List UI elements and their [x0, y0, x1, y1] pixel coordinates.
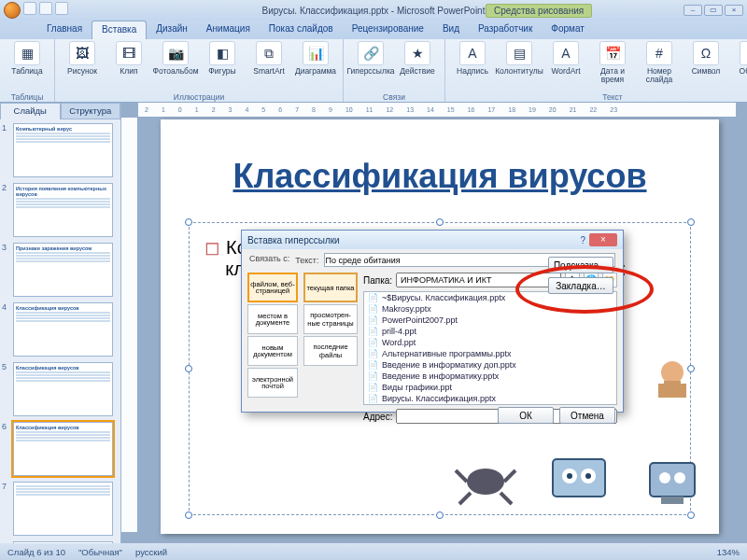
chart-icon: 📊: [303, 41, 329, 65]
file-item[interactable]: Word.ppt: [364, 337, 616, 348]
group-label: Связи: [383, 92, 405, 102]
smartart-icon: ⧉: [256, 41, 282, 65]
album-button[interactable]: 📷Фотоальбом: [154, 41, 197, 76]
ribbon-group-Связи: 🔗Гиперссылка★ДействиеСвязи: [344, 39, 445, 102]
slide-title[interactable]: Классификация вирусов: [189, 157, 691, 196]
clip-icon: 🎞: [116, 41, 142, 65]
table-button[interactable]: ▦Таблица: [6, 41, 49, 76]
slides-tab[interactable]: Слайды: [0, 103, 61, 119]
file-item[interactable]: Альтернативные программы.pptx: [364, 348, 616, 359]
title-bar: Вирусы. Классификация.pptx - Microsoft P…: [0, 0, 747, 21]
svg-line-10: [456, 470, 467, 482]
link-to-option-2[interactable]: новым документом: [247, 336, 298, 366]
wordart-button[interactable]: AWordArt: [544, 41, 587, 76]
browse-nav: текущая папкапросмотрен-ные страницыпосл…: [303, 273, 358, 401]
svg-point-8: [585, 473, 591, 479]
address-label: Адрес:: [363, 412, 392, 422]
status-language[interactable]: русский: [135, 547, 167, 557]
file-item[interactable]: Makrosy.pptx: [364, 303, 616, 315]
minimize-button[interactable]: –: [684, 5, 702, 16]
browse-nav-1[interactable]: просмотрен-ные страницы: [303, 304, 358, 334]
tab-Показ слайдов[interactable]: Показ слайдов: [260, 21, 343, 39]
textbox-icon: A: [459, 41, 486, 65]
thumbnail-5[interactable]: 5Классификация вирусов: [2, 362, 119, 416]
file-item[interactable]: Вирусы. Классификация.pptx: [364, 393, 616, 404]
thumbnail-6[interactable]: 6Классификация вирусов: [2, 422, 119, 476]
file-item[interactable]: PowerPoint2007.ppt: [364, 315, 616, 326]
tab-Рецензирование[interactable]: Рецензирование: [343, 21, 433, 39]
bookmark-button[interactable]: Закладка…: [548, 277, 613, 294]
screentip-button[interactable]: Подсказка…: [548, 257, 613, 273]
hyperlink-icon: 🔗: [358, 41, 384, 65]
hyperlink-button[interactable]: 🔗Гиперссылка: [349, 41, 392, 76]
ribbon-group-Таблицы: ▦ТаблицаТаблицы: [0, 39, 55, 102]
ribbon-group-Текст: AНадпись▤КолонтитулыAWordArt📅Дата и врем…: [445, 39, 747, 102]
svg-rect-15: [664, 381, 681, 398]
clip-button[interactable]: 🎞Клип: [107, 41, 150, 76]
shapes-button[interactable]: ◧Фигуры: [201, 41, 244, 76]
file-item[interactable]: Виды графики.ppt: [364, 382, 616, 393]
tab-Анимация[interactable]: Анимация: [197, 21, 260, 39]
link-to-option-1[interactable]: местом в документе: [247, 304, 298, 334]
slidenum-icon: #: [646, 41, 672, 65]
thumbnail-3[interactable]: 3Признаки заражения вирусом: [2, 243, 119, 297]
thumbnail-1[interactable]: 1Компьютерный вирус: [2, 123, 119, 177]
link-to-option-3[interactable]: электронной почтой: [247, 368, 298, 398]
chart-button[interactable]: 📊Диаграмма: [294, 41, 337, 76]
object-button[interactable]: ◳Объект: [731, 41, 747, 76]
link-to-option-0[interactable]: файлом, веб-страницей: [247, 273, 298, 302]
browse-nav-2[interactable]: последние файлы: [303, 336, 358, 366]
status-bar: Слайд 6 из 10 "Обычная" русский 134%: [0, 543, 747, 560]
cancel-button[interactable]: Отмена: [559, 407, 615, 424]
dialog-title: Вставка гиперссылки: [247, 235, 340, 245]
folder-select[interactable]: ИНФОРМАТИКА И ИКТ: [396, 273, 561, 287]
ok-button[interactable]: ОК: [498, 407, 554, 424]
thumbnail-2[interactable]: 2История появления компьютерных вирусов: [2, 183, 119, 237]
headerfooter-icon: ▤: [506, 41, 532, 65]
contextual-tab-label: Средства рисования: [486, 4, 592, 18]
picture-button[interactable]: 🖼Рисунок: [61, 41, 104, 76]
dialog-titlebar[interactable]: Вставка гиперссылки ? ×: [242, 231, 623, 249]
window-title: Вирусы. Классификация.pptx - Microsoft P…: [262, 6, 486, 16]
ribbon-group-Иллюстрации: 🖼Рисунок🎞Клип📷Фотоальбом◧Фигуры⧉SmartArt…: [55, 39, 344, 102]
office-button[interactable]: [4, 2, 21, 19]
link-to-label: Связать с:: [249, 254, 289, 263]
svg-rect-4: [553, 459, 605, 497]
textbox-button[interactable]: AНадпись: [451, 41, 494, 76]
symbol-button[interactable]: ΩСимвол: [684, 41, 727, 76]
slidenum-button[interactable]: #Номер слайда: [638, 41, 681, 84]
qat-undo[interactable]: [39, 2, 52, 15]
smartart-button[interactable]: ⧉SmartArt: [247, 41, 290, 76]
action-button[interactable]: ★Действие: [396, 41, 439, 76]
file-item[interactable]: Введение в информатику.pptx: [364, 371, 616, 382]
dialog-close-icon[interactable]: ×: [589, 233, 617, 246]
outline-tab[interactable]: Структура: [61, 103, 121, 119]
qat-redo[interactable]: [55, 2, 68, 15]
tab-Разработчик[interactable]: Разработчик: [469, 21, 542, 39]
thumbnail-7[interactable]: 7: [2, 482, 119, 536]
maximize-button[interactable]: ▭: [704, 5, 723, 16]
action-icon: ★: [404, 41, 430, 65]
file-list[interactable]: ~$Вирусы. Классификация.pptxMakrosy.pptx…: [363, 291, 617, 405]
file-item[interactable]: Введение в информатику доп.pptx: [364, 359, 616, 371]
tab-Вставка[interactable]: Вставка: [92, 21, 147, 39]
headerfooter-button[interactable]: ▤Колонтитулы: [498, 41, 541, 76]
insert-hyperlink-dialog: Вставка гиперссылки ? × Связать с: Текст…: [241, 230, 624, 413]
tab-Главная[interactable]: Главная: [37, 21, 92, 39]
group-label: Текст: [602, 92, 622, 102]
tab-Вид[interactable]: Вид: [433, 21, 469, 39]
bullet-icon: ◻: [204, 237, 220, 258]
tab-Дизайн[interactable]: Дизайн: [147, 21, 197, 39]
table-icon: ▦: [14, 41, 40, 65]
dialog-help-icon[interactable]: ?: [580, 235, 585, 245]
datetime-button[interactable]: 📅Дата и время: [591, 41, 634, 84]
file-item[interactable]: prill-4.ppt: [364, 326, 616, 337]
close-button[interactable]: ×: [725, 5, 743, 16]
zoom-value[interactable]: 134%: [717, 547, 740, 557]
tab-Формат[interactable]: Формат: [542, 21, 594, 39]
album-icon: 📷: [162, 41, 189, 65]
browse-nav-0[interactable]: текущая папка: [303, 273, 358, 302]
folder-label: Папка:: [363, 275, 392, 286]
thumbnail-4[interactable]: 4Классификация вирусов: [2, 302, 119, 357]
qat-save[interactable]: [23, 2, 36, 15]
